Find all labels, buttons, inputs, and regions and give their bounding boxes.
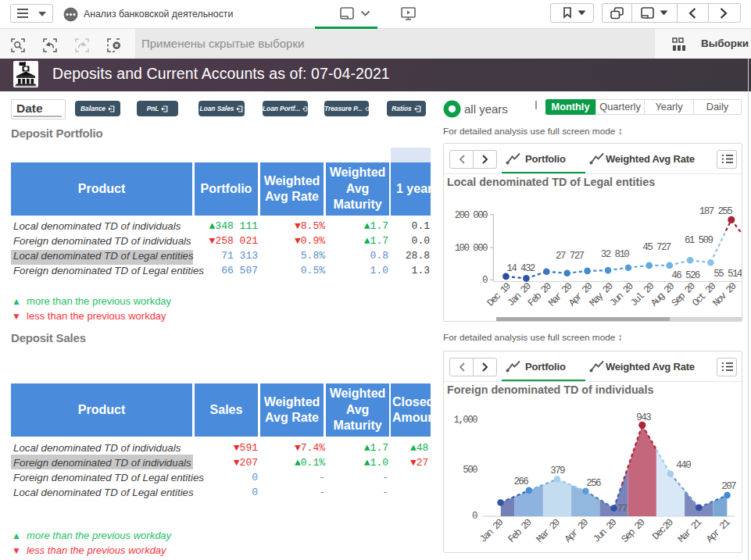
svg-text:943: 943 <box>636 412 651 423</box>
svg-text:Jun 20: Jun 20 <box>591 517 619 545</box>
svg-text:77: 77 <box>617 504 628 515</box>
svg-text:27 727: 27 727 <box>556 251 585 262</box>
svg-text:45 727: 45 727 <box>642 242 671 253</box>
svg-text:1,000: 1,000 <box>453 415 477 426</box>
svg-text:100 000: 100 000 <box>455 243 488 254</box>
svg-text:379: 379 <box>550 465 565 476</box>
svg-text:207: 207 <box>721 481 736 492</box>
svg-text:Nov 20: Nov 20 <box>711 281 739 309</box>
svg-text:55 514: 55 514 <box>713 269 742 280</box>
svg-text:440: 440 <box>676 460 691 471</box>
svg-text:Apr 20: Apr 20 <box>563 517 591 545</box>
svg-text:0: 0 <box>482 275 488 286</box>
svg-text:Dec 20: Dec 20 <box>650 517 675 542</box>
svg-text:Mar 21: Mar 21 <box>676 517 704 545</box>
svg-text:32 810: 32 810 <box>601 249 630 260</box>
svg-text:266: 266 <box>513 476 528 487</box>
svg-text:Apr 21: Apr 21 <box>704 517 732 545</box>
svg-text:500: 500 <box>463 465 477 476</box>
svg-text:61 509: 61 509 <box>685 235 713 246</box>
svg-text:Mar 20: Mar 20 <box>535 517 563 545</box>
svg-text:46 526: 46 526 <box>671 270 700 281</box>
svg-text:14 432: 14 432 <box>506 263 535 274</box>
svg-text:0: 0 <box>472 511 477 522</box>
svg-text:256: 256 <box>586 478 601 489</box>
svg-text:187 255: 187 255 <box>699 206 732 217</box>
svg-text:Feb 20: Feb 20 <box>506 517 535 545</box>
svg-text:200 000: 200 000 <box>455 210 488 221</box>
svg-text:Jan 20: Jan 20 <box>477 517 506 545</box>
svg-text:Sep 20: Sep 20 <box>620 517 648 545</box>
